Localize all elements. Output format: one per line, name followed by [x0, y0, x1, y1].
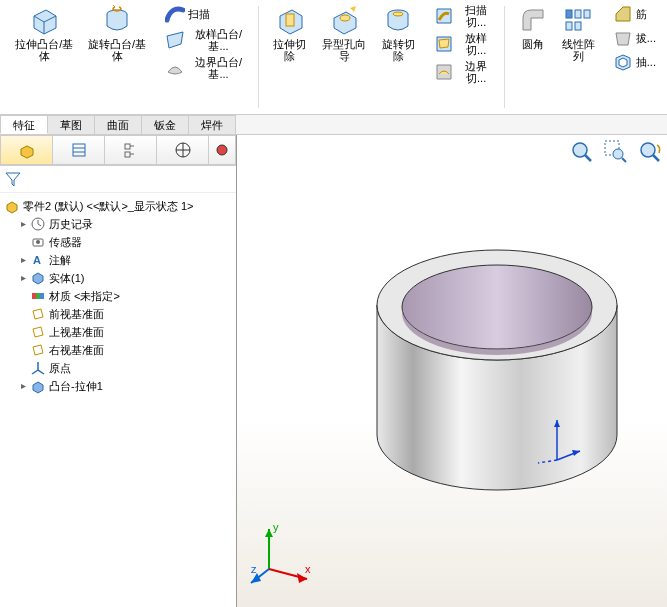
- tree-origin[interactable]: 原点: [2, 359, 234, 377]
- hole-icon: [328, 4, 360, 36]
- svg-rect-13: [125, 144, 130, 149]
- revolve-boss-button[interactable]: 旋转凸台/基体: [81, 2, 154, 64]
- svg-point-28: [573, 143, 587, 157]
- tab-sketch[interactable]: 草图: [47, 115, 95, 134]
- loft-boss-button[interactable]: 放样凸台/基...: [162, 26, 253, 54]
- svg-rect-9: [575, 22, 581, 30]
- sensor-icon: [30, 234, 46, 250]
- extrude-boss-button[interactable]: 拉伸凸台/基体: [8, 2, 81, 64]
- tab-features[interactable]: 特征: [0, 115, 48, 134]
- hole-wizard-button[interactable]: 异型孔向导: [314, 2, 373, 64]
- tree-root[interactable]: 零件2 (默认) <<默认>_显示状态 1>: [2, 197, 234, 215]
- sweep-button[interactable]: 扫描: [162, 2, 253, 26]
- tree-top-plane[interactable]: 上视基准面: [2, 323, 234, 341]
- svg-point-33: [641, 143, 655, 157]
- filter-icon: [4, 170, 22, 188]
- svg-rect-5: [566, 10, 572, 18]
- tab-sheetmetal[interactable]: 钣金: [141, 115, 189, 134]
- svg-text:z: z: [251, 563, 257, 575]
- history-icon: [30, 216, 46, 232]
- tree-material[interactable]: 材质 <未指定>: [2, 287, 234, 305]
- svg-line-32: [622, 158, 626, 162]
- draft-button[interactable]: 拔...: [610, 26, 659, 50]
- revolve-cut-icon: [382, 4, 414, 36]
- svg-rect-1: [286, 14, 294, 26]
- svg-point-2: [340, 15, 350, 21]
- svg-rect-14: [125, 152, 130, 157]
- svg-point-20: [217, 145, 227, 155]
- svg-point-23: [36, 240, 40, 244]
- extrude-feature-icon: [30, 378, 46, 394]
- tree-solid-bodies[interactable]: ▸实体(1): [2, 269, 234, 287]
- previous-view-icon[interactable]: [637, 139, 663, 165]
- loft-cut-button[interactable]: 放样切...: [431, 30, 498, 58]
- revolve-cut-button[interactable]: 旋转切除: [374, 2, 423, 64]
- tree-filter[interactable]: [0, 166, 236, 193]
- svg-rect-25: [32, 293, 36, 299]
- part-icon: [4, 198, 20, 214]
- tab-surface[interactable]: 曲面: [94, 115, 142, 134]
- tree-right-plane[interactable]: 右视基准面: [2, 341, 234, 359]
- fillet-button[interactable]: 圆角: [511, 2, 555, 64]
- loft-icon: [165, 30, 185, 50]
- svg-rect-7: [584, 10, 590, 18]
- feature-tree-tab[interactable]: [0, 135, 53, 165]
- zoom-area-icon[interactable]: [603, 139, 629, 165]
- property-manager-tab[interactable]: [53, 135, 105, 165]
- dimxpert-tab[interactable]: [157, 135, 209, 165]
- tree-front-plane[interactable]: 前视基准面: [2, 305, 234, 323]
- plane-icon: [30, 342, 46, 358]
- linear-pattern-button[interactable]: 线性阵列: [555, 2, 602, 64]
- svg-rect-10: [73, 144, 85, 156]
- svg-rect-6: [575, 10, 581, 18]
- boundary-cut-button[interactable]: 边界切...: [431, 58, 498, 86]
- ribbon-tabs: 特征 草图 曲面 钣金 焊件: [0, 115, 667, 135]
- panel-toolbar: [0, 135, 236, 166]
- draft-icon: [613, 28, 633, 48]
- extrude-cut-button[interactable]: 拉伸切除: [265, 2, 314, 64]
- material-icon: [30, 288, 46, 304]
- annotation-icon: A: [30, 252, 46, 268]
- svg-text:y: y: [273, 521, 279, 533]
- panel-more-tab[interactable]: [209, 135, 236, 165]
- view-triad[interactable]: y x z: [249, 519, 319, 589]
- plane-icon: [30, 306, 46, 322]
- loft-cut-icon: [434, 34, 454, 54]
- feature-manager-panel: 零件2 (默认) <<默认>_显示状态 1> ▸历史记录 传感器 ▸A注解 ▸实…: [0, 135, 237, 607]
- origin-icon: [30, 360, 46, 376]
- svg-line-39: [538, 460, 557, 463]
- shell-button[interactable]: 抽...: [610, 50, 659, 74]
- svg-line-29: [585, 155, 591, 161]
- revolve-icon: [101, 4, 133, 36]
- ribbon: 拉伸凸台/基体 旋转凸台/基体 扫描 放样凸台/基... 边界凸台/基... 拉…: [0, 0, 667, 115]
- svg-rect-27: [40, 293, 44, 299]
- 3d-model-ring: [347, 215, 647, 515]
- tree-annotations[interactable]: ▸A注解: [2, 251, 234, 269]
- sweep-cut-button[interactable]: 扫描切...: [431, 2, 498, 30]
- svg-point-36: [402, 265, 592, 349]
- tab-weldment[interactable]: 焊件: [188, 115, 236, 134]
- extrude-cut-icon: [274, 4, 306, 36]
- boundary-boss-button[interactable]: 边界凸台/基...: [162, 54, 253, 82]
- rib-button[interactable]: 筋: [610, 2, 659, 26]
- origin-triad: [532, 415, 582, 465]
- svg-point-31: [613, 149, 623, 159]
- extrude-icon: [28, 4, 60, 36]
- 3d-viewport[interactable]: y x z: [237, 135, 667, 607]
- plane-icon: [30, 324, 46, 340]
- fillet-icon: [517, 4, 549, 36]
- view-tools: [569, 139, 663, 165]
- config-manager-tab[interactable]: [105, 135, 157, 165]
- boundary-cut-icon: [434, 62, 454, 82]
- boundary-icon: [165, 58, 185, 78]
- shell-icon: [613, 52, 633, 72]
- svg-text:A: A: [33, 254, 41, 266]
- tree-history[interactable]: ▸历史记录: [2, 215, 234, 233]
- sweep-cut-icon: [434, 6, 454, 26]
- tree-sensors[interactable]: 传感器: [2, 233, 234, 251]
- zoom-fit-icon[interactable]: [569, 139, 595, 165]
- solid-icon: [30, 270, 46, 286]
- svg-text:x: x: [305, 563, 311, 575]
- svg-rect-26: [36, 293, 40, 299]
- tree-boss-extrude1[interactable]: ▸凸台-拉伸1: [2, 377, 234, 395]
